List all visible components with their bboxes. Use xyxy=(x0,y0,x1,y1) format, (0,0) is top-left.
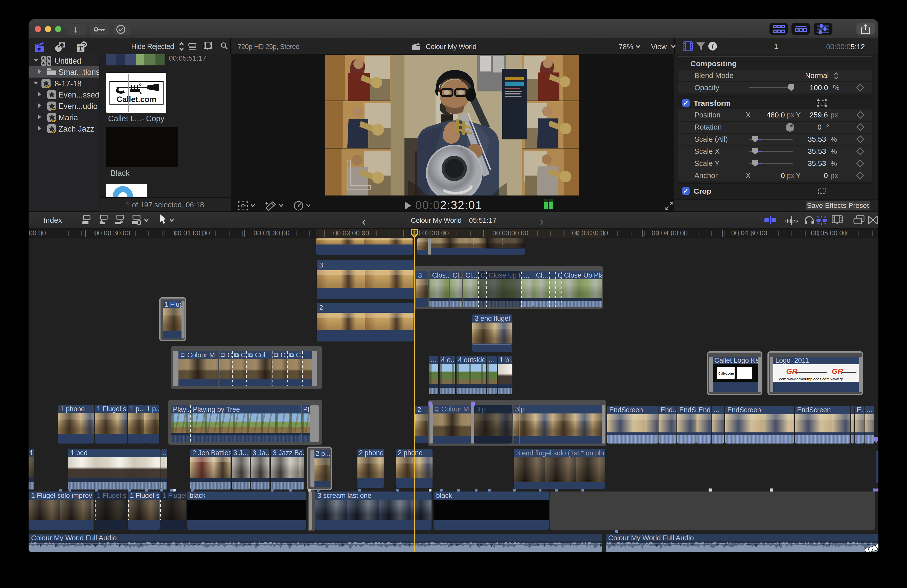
svg-text:.com www.grmouthpieces.com: .com www.grmouthpieces.com www.gr xyxy=(778,377,843,381)
svg-text:!: ! xyxy=(53,107,54,111)
svg-text:!: ! xyxy=(47,85,48,88)
svg-text:!: ! xyxy=(53,130,54,134)
svg-text:i: i xyxy=(711,43,714,50)
svg-text:GR: GR xyxy=(786,367,798,375)
svg-text:T: T xyxy=(79,45,83,52)
svg-text:!: ! xyxy=(53,119,54,122)
svg-text:GR: GR xyxy=(832,367,843,375)
